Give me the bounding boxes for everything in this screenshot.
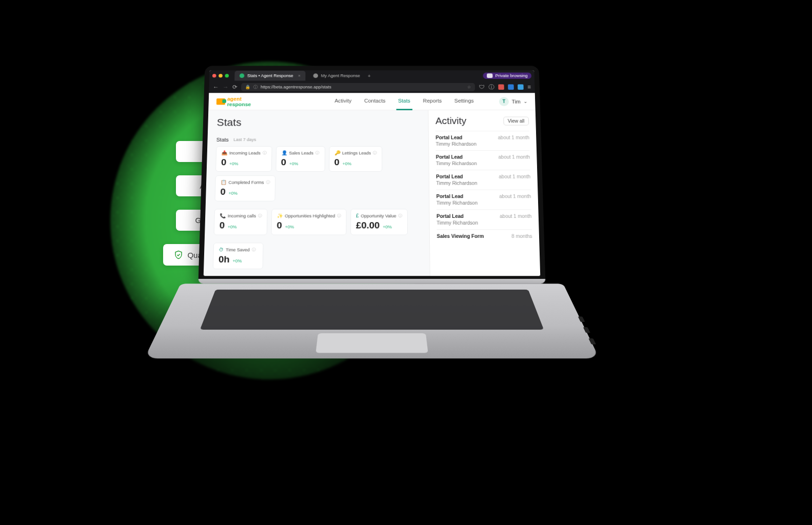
view-all-button[interactable]: View all	[503, 117, 529, 126]
user-menu[interactable]: T Tim ⌄	[499, 97, 527, 106]
card-change: +0%	[232, 258, 242, 263]
info-icon[interactable]: ⓘ	[488, 83, 494, 91]
laptop-bezel: Stats • Agent Response × My Agent Respon…	[199, 66, 545, 279]
activity-item[interactable]: Portal Lead about 1 month Timmy Richards…	[435, 131, 529, 150]
laptop-mockup: Stats • Agent Response × My Agent Respon…	[195, 66, 549, 393]
browser-tab[interactable]: My Agent Response	[308, 71, 365, 80]
info-icon[interactable]: ⓘ	[258, 213, 262, 218]
nav-settings[interactable]: Settings	[452, 93, 476, 110]
tab-favicon-icon	[313, 73, 319, 78]
laptop-ports	[578, 316, 596, 344]
info-icon[interactable]: ⓘ	[266, 179, 270, 185]
logo-text-1: agent	[227, 96, 251, 102]
trackpad	[315, 333, 428, 353]
activity-time: about 1 month	[499, 174, 530, 179]
app-header: agent response Activity Contacts Stats R…	[208, 93, 535, 110]
laptop-base	[198, 279, 545, 284]
new-tab-button[interactable]: +	[368, 73, 371, 78]
activity-item[interactable]: Portal Lead about 1 month Timmy Richards…	[436, 190, 531, 210]
private-browsing-badge: Private browsing	[483, 73, 531, 79]
key-icon: 🔑	[334, 150, 341, 155]
card-title: Time Saved	[226, 247, 250, 252]
extension-icon[interactable]	[498, 84, 504, 90]
card-opps-highlighted: ✨ Opportunities Highlighted ⓘ 0 +0%	[271, 209, 347, 235]
card-incoming-calls: 📞 Incoming calls ⓘ 0 +0%	[214, 209, 268, 235]
shield-icon[interactable]: 🛡	[479, 84, 485, 90]
activity-item[interactable]: Sales Viewing Form 8 months	[437, 229, 532, 244]
main-nav: Activity Contacts Stats Reports Settings	[332, 93, 476, 110]
info-icon[interactable]: ⓘ	[337, 213, 341, 218]
info-icon[interactable]: ⓘ	[373, 150, 377, 155]
nav-forward-icon[interactable]: →	[223, 84, 229, 90]
info-icon[interactable]: ⓘ	[398, 213, 402, 218]
nav-reload-icon[interactable]: ⟳	[232, 84, 237, 90]
activity-item[interactable]: Portal Lead about 1 month Timmy Richards…	[436, 170, 531, 189]
activity-type: Portal Lead	[435, 135, 462, 140]
menu-icon[interactable]: ≡	[527, 84, 531, 90]
info-icon[interactable]: ⓘ	[315, 150, 320, 155]
extension-icon[interactable]	[508, 84, 514, 90]
clipboard-icon: 📋	[221, 179, 227, 185]
card-title: Lettings Leads	[342, 151, 371, 155]
site-info-icon[interactable]: ⓘ	[253, 84, 258, 90]
stats-range[interactable]: Last 7 days	[233, 137, 256, 142]
activity-type: Portal Lead	[437, 194, 464, 199]
card-change: +0%	[228, 225, 237, 229]
card-value: 0	[220, 220, 225, 231]
card-change: +0%	[289, 161, 299, 166]
nav-activity[interactable]: Activity	[332, 93, 353, 110]
activity-time: 8 months	[511, 234, 532, 239]
card-change: +0%	[228, 191, 237, 195]
port-icon	[578, 316, 585, 322]
extension-icon[interactable]	[518, 84, 524, 90]
activity-item[interactable]: Portal Lead about 1 month Timmy Richards…	[436, 150, 530, 170]
window-controls[interactable]	[212, 74, 229, 77]
window-maximize-icon[interactable]	[225, 74, 229, 77]
card-change: +0%	[383, 225, 392, 229]
card-change: +0%	[342, 161, 351, 166]
card-value: 0	[334, 157, 340, 168]
activity-type: Portal Lead	[436, 154, 463, 159]
nav-stats[interactable]: Stats	[396, 93, 412, 110]
pound-icon: £	[356, 213, 359, 218]
logo-mark-icon	[216, 98, 225, 104]
url-bar[interactable]: 🔒 ⓘ https://beta.agentresponse.app/stats…	[241, 83, 475, 91]
stats-section-header: Stats Last 7 days	[216, 137, 420, 143]
nav-contacts[interactable]: Contacts	[362, 93, 387, 110]
info-icon[interactable]: ⓘ	[263, 150, 267, 155]
activity-type: Portal Lead	[437, 214, 464, 219]
extension-icons: 🛡 ⓘ ≡	[479, 83, 531, 91]
port-icon	[583, 327, 590, 333]
card-value: 0	[221, 157, 227, 168]
phone-icon: 📞	[220, 213, 226, 218]
activity-type: Sales Viewing Form	[437, 234, 484, 239]
card-lettings-leads: 🔑 Lettings Leads ⓘ 0 +0%	[329, 146, 382, 172]
browser-tab-active[interactable]: Stats • Agent Response ×	[234, 71, 305, 80]
info-icon[interactable]: ⓘ	[251, 247, 255, 252]
app-body: Stats Stats Last 7 days 📥 Incoming Leads…	[204, 110, 541, 276]
window-close-icon[interactable]	[212, 74, 216, 77]
card-title: Incoming calls	[228, 213, 256, 218]
activity-name: Timmy Richardson	[435, 142, 529, 147]
clock-icon: ⏱	[219, 247, 224, 252]
activity-header: Activity View all	[435, 116, 529, 127]
app-root: agent response Activity Contacts Stats R…	[204, 93, 541, 276]
logo[interactable]: agent response	[216, 96, 251, 107]
lock-icon: 🔒	[245, 85, 251, 89]
nav-back-icon[interactable]: ←	[213, 84, 219, 90]
card-value: 0h	[219, 254, 230, 265]
activity-time: about 1 month	[498, 135, 529, 140]
tab-label: Stats • Agent Response	[247, 73, 293, 78]
avatar: T	[499, 97, 509, 106]
activity-name: Timmy Richardson	[436, 180, 530, 186]
bookmark-icon[interactable]: ☆	[467, 85, 471, 89]
card-title: Completed Forms	[228, 180, 264, 185]
tab-close-icon[interactable]: ×	[298, 73, 301, 78]
sparkle-icon: ✨	[277, 213, 283, 218]
window-minimize-icon[interactable]	[219, 74, 223, 77]
nav-reports[interactable]: Reports	[421, 93, 444, 110]
port-icon	[588, 338, 596, 345]
stat-cards-row-2: 📞 Incoming calls ⓘ 0 +0%	[214, 209, 421, 235]
activity-item[interactable]: Portal Lead about 1 month Timmy Richards…	[437, 209, 532, 229]
card-value: 0	[276, 220, 282, 231]
